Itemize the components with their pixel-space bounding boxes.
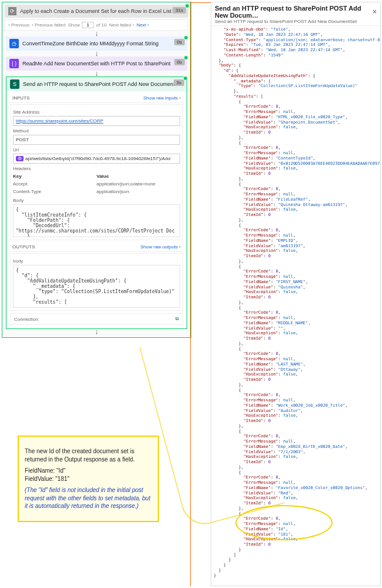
panel-title: Send an HTTP request to SharePoint POST … (215, 5, 373, 19)
close-icon[interactable]: × (373, 8, 377, 16)
connector-line (190, 2, 211, 586)
flow-designer-pane: ⟳ Apply to each Create a Document Set fo… (2, 2, 191, 338)
success-dot-icon (184, 35, 188, 40)
output-body-label: body (13, 258, 180, 264)
method-label: Method (13, 128, 180, 134)
success-dot-icon (183, 76, 188, 81)
prev-button[interactable]: ‹ Previous (8, 22, 29, 28)
headers-label: Headers (13, 166, 180, 171)
note-line: FieldName: "Id" FieldValue: "181" (25, 467, 152, 483)
arrow-down-icon: ↓ (5, 71, 188, 77)
panel-title-row: Send an HTTP request to SharePoint POST … (211, 2, 380, 19)
arrow-down-icon: ↓ (5, 51, 188, 57)
convert-timezone-action[interactable]: ◷ ConvertTimeZone BirthDate into MMddyyy… (6, 36, 187, 51)
inputs-section-header: INPUTS Show raw inputs › (9, 94, 184, 103)
body-label: Body (13, 198, 180, 203)
sharepoint-icon: S (10, 79, 19, 89)
next-failed-button[interactable]: Next failed › (109, 22, 134, 28)
request-body-value: { "listItemCreateInfo": { "FolderPath": … (13, 204, 180, 237)
prev-failed-button[interactable]: ‹ Previous failed (32, 22, 65, 28)
header-key: Content-Type (13, 189, 97, 194)
connection-row: Connection: ⧉ (10, 313, 183, 325)
key-header: Key (13, 174, 97, 179)
header-value: application/json;odata=none (97, 181, 180, 187)
header-key: Accept (13, 181, 97, 187)
arrow-down-icon: ↓ (5, 329, 188, 335)
loop-index-input[interactable] (82, 22, 94, 28)
readme-label: ReadMe Add New DocumentSet with HTTP Pos… (22, 61, 184, 67)
sharepoint-small-icon: ⧉ (175, 316, 179, 322)
annotation-note: The new Id of the created document set i… (18, 436, 159, 522)
site-address-value: https://sunmc.sharepoint.com/sites/CORP (13, 116, 180, 126)
readme-duration: 0s (174, 59, 185, 65)
note-line: The new Id of the created document set i… (25, 447, 152, 463)
value-header: Value (97, 174, 180, 179)
outputs-header-text: OUTPUTS (12, 244, 35, 250)
show-label: Show (68, 22, 79, 28)
http-action-card: S Send an HTTP request to SharePoint POS… (6, 77, 187, 329)
http-duration: 3s (174, 79, 184, 86)
compose-icon: { } (9, 59, 19, 68)
note-line-italic: (The "Id" field is not included in the i… (25, 486, 152, 510)
clock-icon: ◷ (9, 39, 19, 48)
loop-duration: 31s (172, 7, 186, 14)
success-dot-icon (184, 55, 188, 60)
json-response-view[interactable]: "x-ms-apihub-obo": "false", "Date": "Wed… (211, 26, 380, 586)
dynamic-token-icon: ⚙ (16, 156, 24, 161)
show-raw-inputs-link[interactable]: Show raw inputs › (143, 95, 181, 101)
loop-icon: ⟳ (8, 7, 16, 15)
http-action-label: Send an HTTP request to SharePoint POST … (23, 81, 183, 87)
arrow-down-icon: ↓ (5, 31, 188, 36)
loop-total: of 10 (96, 22, 107, 28)
response-body-value: { "d": { "AddValidateUpdateItemUsingPath… (13, 265, 180, 308)
site-address-label: Site Address (13, 109, 180, 115)
connection-label: Connection: (14, 317, 39, 322)
inputs-block: Site Address https://sunmc.sharepoint.co… (10, 104, 183, 240)
show-raw-outputs-link[interactable]: Show raw outputs › (141, 244, 181, 250)
panel-subtitle: Send an HTTP request to SharePoint POST … (211, 19, 380, 26)
next-button[interactable]: Next › (137, 22, 149, 28)
outputs-section-header: OUTPUTS Show raw outputs › (9, 242, 184, 252)
convert-timezone-label: ConvertTimeZone BirthDate into MMddyyyy … (22, 41, 184, 46)
method-value: POST (13, 135, 180, 145)
success-dot-icon (185, 4, 190, 8)
uri-label: Uri (13, 147, 180, 152)
outputs-block: body { "d": { "AddValidateUpdateItemUsin… (10, 253, 183, 311)
convert-duration: 0s (174, 39, 185, 45)
uri-value: ⚙ api/web/lists/GetbyId('d7f90d90-7dc0-4… (13, 154, 180, 164)
http-action-header[interactable]: S Send an HTTP request to SharePoint POS… (6, 77, 187, 91)
header-value: application/json (97, 189, 180, 194)
readme-action[interactable]: { } ReadMe Add New DocumentSet with HTTP… (6, 57, 187, 71)
apply-to-each-header[interactable]: ⟳ Apply to each Create a Document Set fo… (5, 5, 188, 18)
loop-title: Apply to each Create a Document Set for … (20, 8, 185, 14)
inputs-header-text: INPUTS (12, 95, 29, 101)
details-side-panel: Send an HTTP request to SharePoint POST … (211, 2, 381, 586)
